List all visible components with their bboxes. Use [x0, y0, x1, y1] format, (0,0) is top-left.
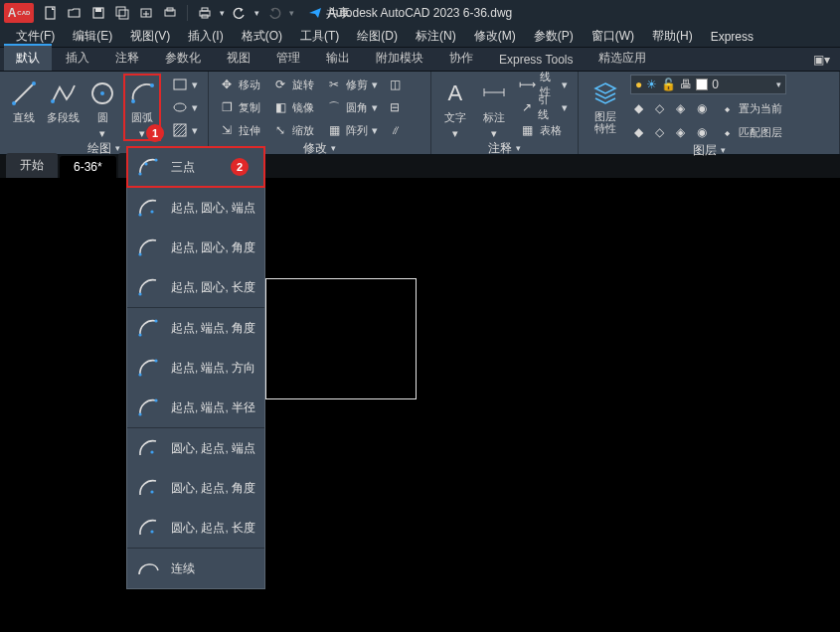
dropdown-icon[interactable]: ▾	[220, 8, 225, 18]
layer-properties-button[interactable]: 图层 特性	[585, 75, 626, 134]
ribbon-tab-addins[interactable]: 附加模块	[364, 46, 435, 71]
setcurrent-button[interactable]: ⬥置为当前	[715, 98, 786, 118]
layer-mini-3[interactable]: ◈	[672, 98, 689, 118]
linear-button[interactable]: ⟼线性▾	[516, 75, 572, 94]
fillet-button[interactable]: ⌒圆角▾	[322, 97, 382, 117]
menu-insert[interactable]: 插入(I)	[180, 25, 231, 48]
layer-mini-5[interactable]: ◆	[630, 122, 647, 142]
arc-sed[interactable]: 起点, 端点, 方向	[127, 348, 264, 388]
menu-dimension[interactable]: 标注(N)	[408, 25, 464, 48]
arc-3point[interactable]: 三点 2	[127, 147, 264, 187]
undo-icon[interactable]	[231, 4, 249, 22]
arc-csa[interactable]: 圆心, 起点, 角度	[127, 468, 264, 508]
plot-icon[interactable]	[161, 4, 179, 22]
leader-button[interactable]: ↗引线▾	[516, 97, 572, 117]
panel-annotate-title[interactable]: 注释▾	[437, 140, 572, 156]
logo-text: A	[8, 6, 17, 20]
layer-mini-1[interactable]: ◆	[630, 98, 647, 118]
hatch-icon[interactable]: ▾	[168, 120, 202, 140]
arc-cse[interactable]: 圆心, 起点, 端点	[127, 428, 264, 468]
array-icon: ▦	[326, 122, 342, 138]
panel-layer: 图层 特性 ● ☀ 🔓 🖶 0 ▾ ◆ ◇ ◈ ◉ ⬥置为当前	[579, 72, 840, 154]
ribbon-tab-express[interactable]: Express Tools	[487, 49, 585, 71]
svg-point-29	[150, 210, 153, 213]
line-button[interactable]: 直线	[6, 75, 42, 125]
menu-format[interactable]: 格式(O)	[234, 25, 290, 48]
table-button[interactable]: ▦表格	[516, 120, 572, 140]
dropdown-icon[interactable]: ▾	[254, 8, 259, 18]
arc-csl[interactable]: 圆心, 起点, 长度	[127, 508, 264, 548]
menu-edit[interactable]: 编辑(E)	[65, 25, 120, 48]
explode-icon[interactable]: ⊟	[386, 97, 406, 117]
arc-ser[interactable]: 起点, 端点, 半径	[127, 388, 264, 427]
layer-mini-8[interactable]: ◉	[693, 122, 711, 142]
ribbon-tab-annotate[interactable]: 注释	[103, 46, 151, 71]
svg-point-18	[150, 83, 154, 87]
new-icon[interactable]	[42, 4, 60, 22]
arc-sca[interactable]: 起点, 圆心, 角度	[127, 228, 264, 267]
layer-mini-6[interactable]: ◇	[651, 122, 668, 142]
arc-continue[interactable]: 连续	[127, 549, 264, 588]
ribbon-tab-view[interactable]: 视图	[215, 46, 262, 71]
cloud-icon[interactable]	[137, 4, 155, 22]
mirror-button[interactable]: ◧镜像	[268, 97, 318, 117]
open-icon[interactable]	[66, 4, 84, 22]
ribbon-expand-icon[interactable]: ▣▾	[805, 49, 838, 71]
setcurrent-icon: ⬥	[719, 100, 735, 116]
app-logo[interactable]: A CAD	[4, 3, 34, 23]
ellipse-icon[interactable]: ▾	[168, 97, 202, 117]
menu-window[interactable]: 窗口(W)	[584, 25, 642, 48]
redo-icon[interactable]	[265, 4, 283, 22]
doc-tab-current[interactable]: 6-36*	[60, 156, 116, 178]
ribbon-tab-featured[interactable]: 精选应用	[587, 46, 658, 71]
copy-button[interactable]: ❐复制	[215, 97, 264, 117]
scale-button[interactable]: ⤡缩放	[268, 120, 318, 140]
share-button[interactable]: 共享	[308, 5, 350, 22]
arc-icon	[135, 355, 161, 381]
text-button[interactable]: A 文字▾	[437, 75, 472, 140]
circle-button[interactable]: 圆▾	[85, 75, 121, 140]
ribbon-tab-insert[interactable]: 插入	[54, 46, 101, 71]
doc-tab-start[interactable]: 开始	[6, 153, 58, 178]
menu-view[interactable]: 视图(V)	[122, 25, 178, 48]
layer-mini-2[interactable]: ◇	[651, 98, 668, 118]
panel-layer-title[interactable]: 图层▾	[585, 142, 833, 158]
saveas-icon[interactable]	[113, 4, 131, 22]
menu-help[interactable]: 帮助(H)	[644, 25, 701, 48]
layer-mini-4[interactable]: ◉	[693, 98, 711, 118]
arc-sea[interactable]: 起点, 端点, 角度	[127, 308, 264, 348]
dropdown-icon[interactable]: ▾	[289, 8, 294, 18]
rotate-button[interactable]: ⟳旋转	[268, 75, 318, 94]
stretch-button[interactable]: ⇲拉伸	[215, 120, 264, 140]
erase-icon[interactable]: ◫	[386, 75, 406, 94]
ribbon-tab-output[interactable]: 输出	[314, 46, 362, 71]
offset-icon[interactable]: ⫽	[386, 120, 406, 140]
menu-express[interactable]: Express	[703, 27, 761, 47]
layer-mini-7[interactable]: ◈	[672, 122, 689, 142]
print-icon[interactable]	[196, 4, 214, 22]
menu-modify[interactable]: 修改(M)	[466, 25, 524, 48]
menu-parametric[interactable]: 参数(P)	[526, 25, 582, 48]
polyline-button[interactable]: 多段线	[46, 75, 82, 125]
layer-selector[interactable]: ● ☀ 🔓 🖶 0 ▾	[630, 75, 786, 94]
ribbon-tab-parametric[interactable]: 参数化	[153, 46, 213, 71]
svg-rect-9	[202, 8, 208, 11]
save-icon[interactable]	[89, 4, 107, 22]
lock-icon: 🔓	[661, 78, 676, 91]
arc-sce[interactable]: 起点, 圆心, 端点	[127, 188, 264, 228]
menu-draw[interactable]: 绘图(D)	[349, 25, 406, 48]
ribbon-tab-collab[interactable]: 协作	[437, 46, 485, 71]
trim-button[interactable]: ✂修剪▾	[322, 75, 382, 94]
ribbon-tab-default[interactable]: 默认	[4, 44, 52, 71]
svg-point-38	[150, 450, 153, 453]
ribbon-tab-manage[interactable]: 管理	[264, 46, 312, 71]
rectangle-icon[interactable]: ▾	[168, 75, 202, 94]
dimension-button[interactable]: 标注▾	[476, 75, 511, 140]
move-button[interactable]: ✥移动	[215, 75, 264, 94]
matchlayer-button[interactable]: ⬥匹配图层	[715, 122, 786, 142]
arc-button[interactable]: 圆弧▾ 1	[124, 75, 160, 140]
array-button[interactable]: ▦阵列▾	[322, 120, 382, 140]
arc-scl[interactable]: 起点, 圆心, 长度	[127, 267, 264, 307]
copy-icon: ❐	[219, 99, 235, 115]
menu-tools[interactable]: 工具(T)	[292, 25, 347, 48]
